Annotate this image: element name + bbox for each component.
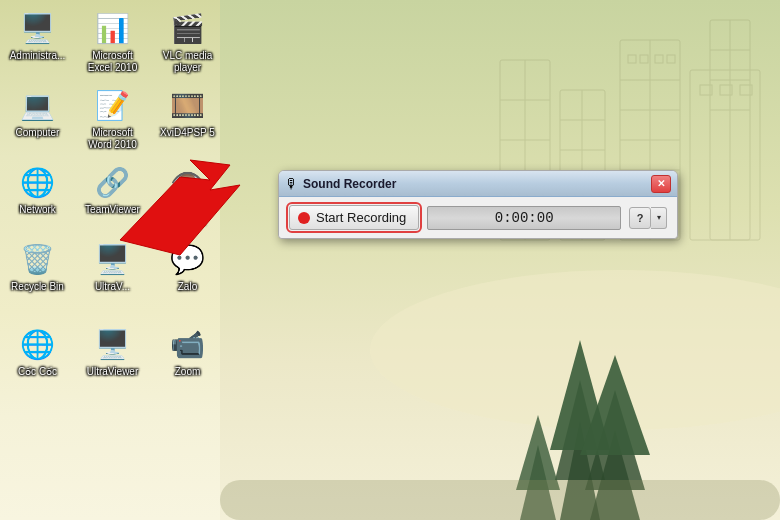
computer-label: Computer bbox=[16, 127, 60, 139]
icon-word[interactable]: 📝 Microsoft Word 2010 bbox=[80, 82, 145, 154]
icon-vlc[interactable]: 🎬 VLC media player bbox=[155, 5, 220, 77]
word-icon: 📝 bbox=[93, 85, 133, 125]
recorder-close-button[interactable]: ✕ bbox=[651, 175, 671, 193]
icon-ultraviewer2[interactable]: 🖥️ UltraViewer bbox=[80, 321, 145, 381]
svg-rect-37 bbox=[220, 480, 780, 520]
icon-administrator[interactable]: 🖥️ Administra... bbox=[5, 5, 70, 77]
record-dot-icon bbox=[298, 212, 310, 224]
recorder-title-left: 🎙 Sound Recorder bbox=[285, 176, 396, 192]
recycle-bin-icon: 🗑️ bbox=[18, 239, 58, 279]
coccoc-label: Cốc Cốc bbox=[18, 366, 57, 378]
help-dropdown-button[interactable]: ▾ bbox=[651, 207, 667, 229]
desktop: 🖥️ Administra... 📊 Microsoft Excel 2010 … bbox=[0, 0, 780, 520]
sound-recorder-window: 🎙 Sound Recorder ✕ Start Recording 0:00:… bbox=[278, 170, 678, 239]
network-icon: 🌐 bbox=[18, 162, 58, 202]
ultraviewer-label: UltraV... bbox=[95, 281, 130, 293]
zoom-icon: 📹 bbox=[168, 324, 208, 364]
excel-icon: 📊 bbox=[93, 8, 133, 48]
icon-row-5: 🌐 Cốc Cốc 🖥️ UltraViewer 📹 Zoom bbox=[5, 321, 220, 381]
svg-marker-38 bbox=[120, 160, 240, 255]
vlc-label: VLC media player bbox=[158, 50, 217, 74]
zalo-label: Zalo bbox=[178, 281, 197, 293]
icon-zoom[interactable]: 📹 Zoom bbox=[155, 321, 220, 381]
recorder-body: Start Recording 0:00:00 ? ▾ bbox=[279, 197, 677, 238]
xvid-icon: 🎞️ bbox=[168, 85, 208, 125]
word-label: Microsoft Word 2010 bbox=[83, 127, 142, 151]
zoom-label: Zoom bbox=[175, 366, 201, 378]
icon-computer[interactable]: 💻 Computer bbox=[5, 82, 70, 154]
icon-row-2: 💻 Computer 📝 Microsoft Word 2010 🎞️ XviD… bbox=[5, 82, 220, 154]
administrator-label: Administra... bbox=[10, 50, 66, 62]
recycle-label: Recycle Bin bbox=[11, 281, 64, 293]
icon-excel[interactable]: 📊 Microsoft Excel 2010 bbox=[80, 5, 145, 77]
help-button[interactable]: ? bbox=[629, 207, 651, 229]
start-recording-label: Start Recording bbox=[316, 210, 406, 225]
ultraviewer2-icon: 🖥️ bbox=[93, 324, 133, 364]
recorder-titlebar: 🎙 Sound Recorder ✕ bbox=[279, 171, 677, 197]
icon-xvid[interactable]: 🎞️ XviD4PSP 5 bbox=[155, 82, 220, 154]
icon-network[interactable]: 🌐 Network bbox=[5, 159, 70, 231]
recorder-title-icon: 🎙 bbox=[285, 176, 299, 192]
xvid-label: XviD4PSP 5 bbox=[160, 127, 215, 139]
icon-coccoc[interactable]: 🌐 Cốc Cốc bbox=[5, 321, 70, 381]
computer-icon: 💻 bbox=[18, 85, 58, 125]
icon-row-1: 🖥️ Administra... 📊 Microsoft Excel 2010 … bbox=[5, 5, 220, 77]
network-label: Network bbox=[19, 204, 56, 216]
recorder-title-text: Sound Recorder bbox=[303, 177, 396, 191]
city-background bbox=[220, 0, 780, 520]
administrator-icon: 🖥️ bbox=[18, 8, 58, 48]
time-display: 0:00:00 bbox=[427, 206, 621, 230]
red-arrow bbox=[90, 155, 280, 269]
coccoc-icon: 🌐 bbox=[18, 324, 58, 364]
ultraviewer2-label: UltraViewer bbox=[87, 366, 139, 378]
vlc-icon: 🎬 bbox=[168, 8, 208, 48]
start-recording-button[interactable]: Start Recording bbox=[289, 205, 419, 230]
icon-recycle[interactable]: 🗑️ Recycle Bin bbox=[5, 236, 70, 296]
excel-label: Microsoft Excel 2010 bbox=[83, 50, 142, 74]
